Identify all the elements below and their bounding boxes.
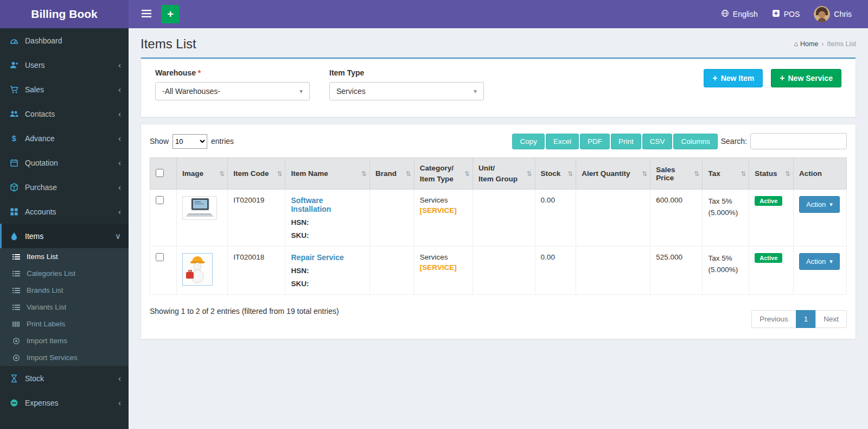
app-logo[interactable]: Billing Book: [0, 0, 129, 28]
warehouse-select[interactable]: -All Warehouses- ▾: [155, 82, 310, 100]
cell-item-code: IT020019: [228, 190, 285, 247]
header-row: Image ⇅ Item Code ⇅ Item Name ⇅: [150, 158, 847, 190]
chevron-down-icon: ∨: [115, 231, 121, 241]
row-checkbox[interactable]: [156, 196, 164, 204]
sidebar-subitem-import-items[interactable]: Import Items: [0, 332, 129, 349]
breadcrumb-home-link[interactable]: ⌂ Home: [794, 40, 818, 48]
sidebar-item-items[interactable]: Items ∨: [0, 224, 129, 248]
sort-icon: ⇅: [694, 170, 699, 178]
cell-select: [150, 190, 177, 247]
col-image[interactable]: Image ⇅: [177, 158, 228, 190]
people-icon: [8, 110, 20, 118]
sidebar-subitem-items-list[interactable]: Items List: [0, 248, 129, 265]
grid-icon: [8, 207, 20, 216]
col-alert-quantity[interactable]: Alert Quantity ⇅: [576, 158, 650, 190]
pagination-page-1[interactable]: 1: [796, 310, 816, 328]
item-image-repair-figure[interactable]: [182, 253, 213, 286]
sidebar-item-quotation[interactable]: Quotation ‹: [0, 150, 129, 175]
sidebar-subitem-label: Print Labels: [27, 320, 65, 328]
sidebar-item-dashboard[interactable]: Dashboard: [0, 28, 129, 53]
sidebar-subitem-print-labels[interactable]: Print Labels: [0, 316, 129, 332]
breadcrumb-current: Items List: [827, 40, 857, 48]
excel-button[interactable]: Excel: [546, 134, 579, 149]
sidebar-subitem-label: Variants List: [27, 303, 66, 311]
warehouse-label: Warehouse *: [155, 68, 310, 77]
app-root: Billing Book + English: [0, 0, 868, 429]
col-item-name-label: Item Name: [291, 169, 328, 178]
col-stock[interactable]: Stock ⇅: [535, 158, 576, 190]
list-icon: [12, 270, 22, 277]
pagination-previous[interactable]: Previous: [751, 310, 796, 328]
pdf-button[interactable]: PDF: [580, 134, 610, 149]
sidebar: Dashboard Users ‹ Sales ‹: [0, 28, 129, 429]
print-button[interactable]: Print: [611, 134, 641, 149]
sidebar-item-purchase[interactable]: Purchase ‹: [0, 175, 129, 199]
csv-button[interactable]: CSV: [642, 134, 673, 149]
action-dropdown-button[interactable]: Action ▾: [799, 196, 840, 213]
chevron-left-icon: ‹: [118, 109, 121, 118]
col-status[interactable]: Status ⇅: [749, 158, 794, 190]
new-service-button[interactable]: + New Service: [771, 69, 841, 87]
col-sales-price[interactable]: Sales Price ⇅: [650, 158, 703, 190]
export-buttons: Copy Excel PDF Print CSV Columns: [512, 134, 717, 149]
table-footer: Showing 1 to 2 of 2 entries (filtered fr…: [150, 305, 847, 328]
action-dropdown-button[interactable]: Action ▾: [799, 253, 840, 270]
col-category-line1: Category/: [420, 163, 461, 174]
category-tag: [SERVICE]: [420, 263, 467, 272]
sidebar-item-users[interactable]: Users ‹: [0, 53, 129, 77]
cell-sales-price: 600.000: [650, 190, 703, 247]
plus-square-icon: [772, 9, 780, 19]
sidebar-subitem-categories-list[interactable]: Categories List: [0, 265, 129, 282]
quick-add-button[interactable]: +: [161, 5, 180, 23]
cell-unit-group: [473, 190, 535, 247]
cell-item-name: Software Installation HSN: SKU:: [285, 190, 369, 247]
item-type-selected-value: Services: [336, 87, 366, 96]
columns-button[interactable]: Columns: [673, 134, 717, 149]
col-tax[interactable]: Tax ⇅: [703, 158, 749, 190]
sidebar-subitem-import-services[interactable]: Import Services: [0, 349, 129, 366]
sidebar-item-label: Contacts: [25, 110, 55, 118]
sort-icon: ⇅: [642, 170, 647, 178]
sidebar-toggle-button[interactable]: [134, 3, 159, 26]
page-length-select[interactable]: 10: [173, 134, 207, 149]
dashboard-gauge-icon: [8, 36, 20, 45]
sidebar-subitem-brands-list[interactable]: Brands List: [0, 282, 129, 299]
item-image-laptop[interactable]: [182, 196, 217, 220]
col-item-name[interactable]: Item Name ⇅: [285, 158, 369, 190]
sidebar-item-expenses[interactable]: Expenses ‹: [0, 390, 129, 415]
sort-icon: ⇅: [464, 170, 470, 178]
user-menu[interactable]: Chris: [814, 6, 852, 22]
cell-alert-quantity: [576, 190, 650, 247]
plus-icon: +: [167, 8, 174, 20]
select-all-checkbox[interactable]: [156, 169, 164, 177]
item-type-label-text: Item Type: [329, 68, 364, 77]
new-item-button[interactable]: + New Item: [704, 69, 763, 87]
warehouse-label-text: Warehouse: [155, 68, 196, 77]
sidebar-item-contacts[interactable]: Contacts ‹: [0, 102, 129, 126]
search-label: Search:: [721, 137, 747, 146]
col-image-label: Image: [182, 169, 203, 178]
sidebar-subitem-variants-list[interactable]: Variants List: [0, 299, 129, 316]
item-type-select[interactable]: Services ▾: [329, 82, 484, 100]
col-category-item-type[interactable]: Category/ Item Type ⇅: [414, 158, 473, 190]
item-name-link[interactable]: Repair Service: [291, 253, 343, 262]
pagination-next[interactable]: Next: [815, 310, 847, 328]
language-menu[interactable]: English: [721, 9, 758, 19]
sidebar-item-label: Purchase: [25, 183, 57, 192]
tax-name: Tax 5%: [708, 196, 743, 207]
sort-icon: ⇅: [527, 170, 532, 178]
pos-button[interactable]: POS: [772, 9, 800, 19]
copy-button[interactable]: Copy: [512, 134, 545, 149]
sidebar-item-stock[interactable]: Stock ‹: [0, 366, 129, 390]
sidebar-item-advance[interactable]: $ Advance ‹: [0, 126, 129, 150]
col-brand[interactable]: Brand ⇅: [369, 158, 414, 190]
sidebar-item-sales[interactable]: Sales ‹: [0, 77, 129, 102]
col-unit-item-group[interactable]: Unit/ Item Group ⇅: [473, 158, 535, 190]
items-table-head: Image ⇅ Item Code ⇅ Item Name ⇅: [150, 158, 847, 190]
item-name-link[interactable]: Software Installation: [291, 196, 363, 213]
droplet-icon: [8, 232, 20, 241]
search-input[interactable]: [750, 133, 847, 149]
sidebar-item-accounts[interactable]: Accounts ‹: [0, 199, 129, 224]
row-checkbox[interactable]: [156, 253, 164, 261]
col-item-code[interactable]: Item Code ⇅: [228, 158, 285, 190]
